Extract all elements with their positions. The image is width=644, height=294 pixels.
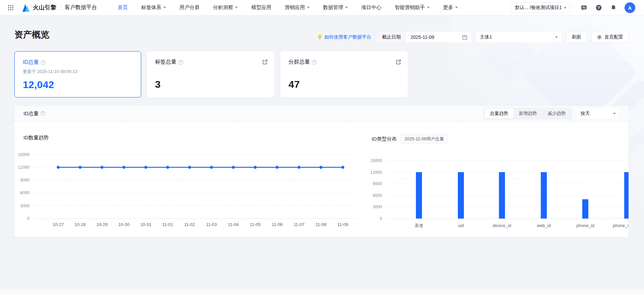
nav-item-0[interactable]: 首页	[118, 4, 128, 11]
id-type-bar-chart[interactable]: 03000600090001200015000基准uiddevice_idweb…	[370, 156, 629, 234]
help-link[interactable]: 如何使用客户数据平台	[324, 34, 371, 40]
nav-item-label: 标签体系	[141, 4, 161, 11]
trend-line-chart[interactable]: 0300060009000120001500010-2710-2810-2910…	[14, 149, 363, 234]
nav-item-6[interactable]: 数据管理	[323, 4, 348, 11]
nav-item-2[interactable]: 用户分群	[179, 4, 200, 11]
nav-item-label: 智能营销助手	[395, 4, 425, 11]
tab-0[interactable]: 总量趋势	[485, 108, 514, 119]
question-icon[interactable]	[41, 111, 45, 116]
refresh-button[interactable]: 刷新	[567, 32, 587, 43]
nav-item-8[interactable]: 智能营销助手	[395, 4, 430, 11]
svg-text:10-31: 10-31	[140, 222, 151, 227]
brand-name: 火山引擎	[33, 4, 56, 11]
svg-text:phone_sha256: phone_sha256	[613, 223, 629, 228]
nav-item-label: 首页	[118, 4, 128, 11]
svg-text:11-07: 11-07	[293, 222, 304, 227]
chevron-down-icon	[427, 7, 430, 10]
card-segment-total[interactable]: 分群总量 47	[280, 51, 408, 97]
bar-chart-tag: 2025-11-09用户总量	[401, 135, 448, 143]
lightbulb-icon	[317, 34, 322, 41]
nav-item-label: 分析洞察	[213, 4, 233, 11]
svg-text:10-27: 10-27	[53, 222, 64, 227]
svg-text:6000: 6000	[373, 193, 382, 198]
chevron-down-icon	[564, 7, 567, 10]
gear-icon	[597, 34, 602, 40]
page-title: 资产概览	[14, 29, 49, 41]
chevron-down-icon	[345, 7, 348, 10]
tab-2[interactable]: 减少趋势	[542, 108, 571, 119]
granularity-value: 按天	[581, 111, 590, 117]
svg-text:6000: 6000	[20, 191, 30, 195]
nav-item-4[interactable]: 模型应用	[251, 4, 271, 11]
deadline-datepicker[interactable]: 截止日期 2025-11-09	[377, 32, 471, 43]
svg-text:10-30: 10-30	[118, 222, 129, 227]
project-selector[interactable]: 默认... /验收测试项目1	[510, 2, 570, 13]
nav-item-1[interactable]: 标签体系	[141, 4, 166, 11]
svg-text:0: 0	[27, 216, 30, 221]
line-chart-title: ID数量趋势	[23, 135, 49, 141]
question-icon[interactable]	[41, 60, 46, 65]
chevron-down-icon	[455, 7, 458, 10]
nav-item-label: 数据管理	[323, 4, 343, 11]
bell-icon[interactable]	[610, 4, 617, 11]
tab-1[interactable]: 新增趋势	[514, 108, 542, 119]
entity-select-value: 主体1	[480, 34, 492, 40]
page: 火山引擎 客户数据平台 首页标签体系用户分群分析洞察模型应用营销应用数据管理项目…	[0, 0, 644, 294]
nav-item-5[interactable]: 营销应用	[285, 4, 310, 11]
entity-select[interactable]: 主体1	[476, 32, 562, 43]
svg-text:11-04: 11-04	[228, 222, 239, 227]
card-value: 3	[155, 79, 161, 90]
external-link-icon[interactable]	[262, 59, 268, 65]
svg-text:10-28: 10-28	[74, 222, 86, 227]
svg-text:12000: 12000	[370, 170, 382, 175]
svg-text:9000: 9000	[20, 178, 30, 182]
svg-text:11-06: 11-06	[272, 222, 282, 227]
question-icon[interactable]	[178, 60, 183, 65]
svg-text:12000: 12000	[18, 165, 30, 170]
apps-grid-icon[interactable]	[7, 4, 14, 11]
chevron-down-icon	[555, 36, 558, 40]
calendar-icon	[462, 35, 467, 40]
trend-tabs: 总量趋势新增趋势减少趋势	[484, 107, 572, 120]
svg-text:15000: 15000	[18, 152, 30, 157]
nav-item-9[interactable]: 更多	[443, 4, 458, 11]
main-menu: 首页标签体系用户分群分析洞察模型应用营销应用数据管理项目中心智能营销助手更多	[118, 4, 458, 11]
nav-item-3[interactable]: 分析洞察	[213, 4, 238, 11]
bottom-strip	[0, 289, 644, 294]
svg-text:3000: 3000	[20, 204, 30, 208]
card-tag-total[interactable]: 标签总量 3	[147, 51, 274, 97]
nav-item-label: 模型应用	[251, 4, 271, 11]
svg-text:11-05: 11-05	[250, 222, 261, 227]
deadline-value: 2025-11-09	[406, 34, 462, 40]
card-value: 12,042	[23, 79, 54, 90]
svg-text:device_id: device_id	[493, 223, 511, 228]
home-config-button[interactable]: 首页配置	[591, 32, 629, 43]
card-updated: 更新于 2025-11-10 08:00:13	[23, 69, 77, 75]
home-config-label: 首页配置	[604, 34, 623, 40]
granularity-select[interactable]: 按天	[576, 107, 620, 120]
avatar[interactable]: A	[625, 2, 635, 13]
volcengine-logo-icon	[21, 3, 30, 12]
card-value: 47	[288, 79, 300, 90]
help-icon[interactable]: ?	[595, 4, 602, 11]
bar-chart-title-row: ID类型分布 2025-11-09用户总量	[372, 135, 448, 143]
external-link-icon[interactable]	[396, 59, 401, 65]
svg-text:11-03: 11-03	[206, 222, 217, 227]
top-nav: 火山引擎 客户数据平台 首页标签体系用户分群分析洞察模型应用营销应用数据管理项目…	[0, 0, 644, 15]
nav-item-label: 营销应用	[285, 4, 305, 11]
nav-item-label: 项目中心	[361, 4, 381, 11]
deadline-label: 截止日期	[377, 32, 406, 43]
nav-item-7[interactable]: 项目中心	[361, 4, 381, 11]
divider	[60, 5, 61, 10]
svg-text:phone_id: phone_id	[576, 223, 594, 228]
chevron-down-icon	[613, 113, 616, 116]
card-id-total[interactable]: ID总量 更新于 2025-11-10 08:00:13 12,042	[14, 51, 141, 97]
svg-text:基准: 基准	[415, 223, 423, 228]
feedback-icon[interactable]	[580, 4, 588, 11]
svg-text:uid: uid	[458, 223, 464, 228]
svg-text:9000: 9000	[373, 181, 382, 186]
card-title: 分群总量	[288, 59, 317, 66]
panel-title: ID总量	[23, 111, 45, 117]
card-title: 标签总量	[155, 59, 183, 66]
question-icon[interactable]	[312, 60, 317, 65]
